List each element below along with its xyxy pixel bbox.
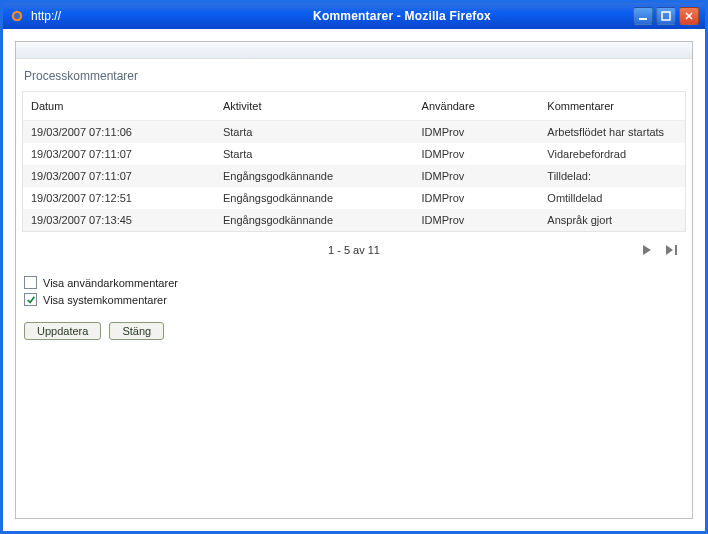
cell-comment: Tilldelad: <box>539 165 685 187</box>
checkbox-icon <box>24 293 37 306</box>
cell-comment: Omtilldelad <box>539 187 685 209</box>
cell-date: 19/03/2007 07:11:07 <box>23 143 215 165</box>
table-row: 19/03/2007 07:11:07StartaIDMProvVidarebe… <box>23 143 685 165</box>
cell-date: 19/03/2007 07:12:51 <box>23 187 215 209</box>
cell-date: 19/03/2007 07:11:06 <box>23 121 215 144</box>
col-header-user: Användare <box>414 92 540 121</box>
pager-range: 1 - 5 av 11 <box>328 244 380 256</box>
svg-rect-3 <box>662 12 670 20</box>
svg-rect-2 <box>639 18 647 20</box>
window-title: Kommentarer - Mozilla Firefox <box>171 9 633 23</box>
show-system-comments-checkbox[interactable]: Visa systemkommentarer <box>24 293 684 306</box>
cell-activity: Starta <box>215 121 414 144</box>
table-row: 19/03/2007 07:12:51EngångsgodkännandeIDM… <box>23 187 685 209</box>
minimize-button[interactable] <box>633 7 653 25</box>
section-title: Processkommentarer <box>16 59 692 91</box>
cell-activity: Engångsgodkännande <box>215 165 414 187</box>
client-area: Processkommentarer Datum Aktivitet Använ… <box>3 29 705 531</box>
cell-user: IDMProv <box>414 209 540 231</box>
table-row: 19/03/2007 07:11:07EngångsgodkännandeIDM… <box>23 165 685 187</box>
checkbox-label: Visa systemkommentarer <box>43 294 167 306</box>
col-header-date: Datum <box>23 92 215 121</box>
cell-comment: Arbetsflödet har startats <box>539 121 685 144</box>
pager: 1 - 5 av 11 <box>22 240 686 260</box>
comments-table: Datum Aktivitet Användare Kommentarer 19… <box>23 92 685 231</box>
refresh-button[interactable]: Uppdatera <box>24 322 101 340</box>
cell-activity: Starta <box>215 143 414 165</box>
checkbox-group: Visa användarkommentarer Visa systemkomm… <box>24 276 684 306</box>
col-header-comment: Kommentarer <box>539 92 685 121</box>
cell-date: 19/03/2007 07:13:45 <box>23 209 215 231</box>
next-page-button[interactable] <box>640 242 658 258</box>
action-buttons: Uppdatera Stäng <box>24 322 684 340</box>
cell-user: IDMProv <box>414 143 540 165</box>
cell-date: 19/03/2007 07:11:07 <box>23 165 215 187</box>
table-row: 19/03/2007 07:11:06StartaIDMProvArbetsfl… <box>23 121 685 144</box>
title-bar: http:// Kommentarer - Mozilla Firefox <box>3 3 705 29</box>
close-dialog-button[interactable]: Stäng <box>109 322 164 340</box>
cell-comment: Anspråk gjort <box>539 209 685 231</box>
cell-user: IDMProv <box>414 121 540 144</box>
cell-activity: Engångsgodkännande <box>215 209 414 231</box>
cell-user: IDMProv <box>414 187 540 209</box>
panel-header-strip <box>16 42 692 59</box>
checkbox-icon <box>24 276 37 289</box>
content-panel: Processkommentarer Datum Aktivitet Använ… <box>15 41 693 519</box>
cell-user: IDMProv <box>414 165 540 187</box>
cell-activity: Engångsgodkännande <box>215 187 414 209</box>
checkbox-label: Visa användarkommentarer <box>43 277 178 289</box>
address-text: http:// <box>31 9 171 23</box>
pager-nav <box>640 240 682 260</box>
maximize-button[interactable] <box>656 7 676 25</box>
table-row: 19/03/2007 07:13:45EngångsgodkännandeIDM… <box>23 209 685 231</box>
window-buttons <box>633 7 699 25</box>
show-user-comments-checkbox[interactable]: Visa användarkommentarer <box>24 276 684 289</box>
window-frame: http:// Kommentarer - Mozilla Firefox Pr… <box>0 0 708 534</box>
last-page-button[interactable] <box>664 242 682 258</box>
cell-comment: Vidarebefordrad <box>539 143 685 165</box>
svg-rect-4 <box>675 245 677 255</box>
firefox-icon <box>9 8 25 24</box>
col-header-activity: Aktivitet <box>215 92 414 121</box>
close-button[interactable] <box>679 7 699 25</box>
svg-point-1 <box>14 13 20 19</box>
comments-table-wrap: Datum Aktivitet Användare Kommentarer 19… <box>22 91 686 232</box>
